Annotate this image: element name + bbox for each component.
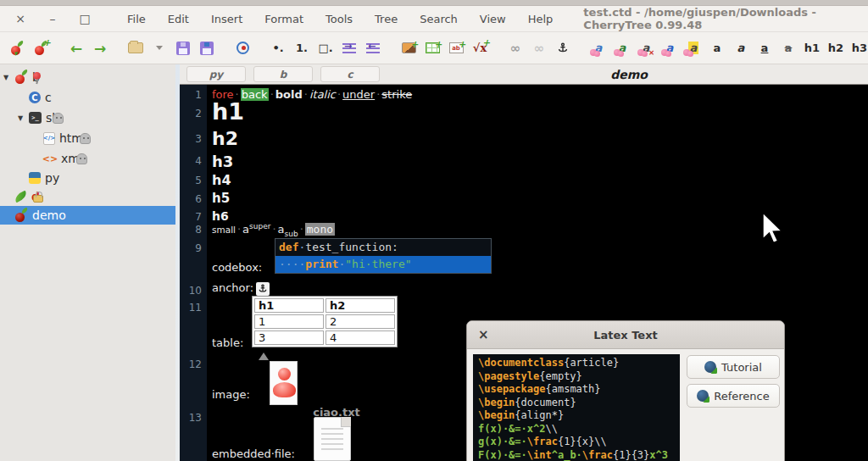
- text-bg-color-icon[interactable]: a: [612, 37, 632, 59]
- insert-anchor-icon[interactable]: [553, 37, 573, 59]
- text-segment: {align*}: [515, 409, 564, 421]
- insert-image-icon[interactable]: +: [398, 37, 419, 59]
- codebox-line[interactable]: def·test_function:: [275, 239, 491, 256]
- anchor-line[interactable]: anchor:: [212, 281, 270, 296]
- embedded-table[interactable]: h1h21234: [252, 296, 398, 347]
- expander-icon[interactable]: ▼: [18, 114, 29, 122]
- minimize-button[interactable]: –: [46, 13, 59, 25]
- table-cell[interactable]: 4: [326, 330, 395, 345]
- indent-more-icon[interactable]: [339, 37, 359, 59]
- menu-edit[interactable]: Edit: [168, 13, 189, 25]
- remove-link-icon[interactable]: ∞: [529, 37, 549, 59]
- underline-icon[interactable]: a: [754, 37, 775, 59]
- tree-node-demo[interactable]: demo: [0, 206, 175, 225]
- text-segment: under: [342, 88, 375, 101]
- tutorial-button[interactable]: Tutorial: [687, 355, 780, 379]
- embedded-file-icon[interactable]: [314, 417, 351, 461]
- h1-icon[interactable]: h1: [802, 37, 822, 59]
- table-cell[interactable]: 2: [326, 314, 395, 329]
- tree-node-b[interactable]: ▼b: [0, 68, 175, 86]
- heading-h3[interactable]: h3: [212, 153, 233, 170]
- editor-line-scripts[interactable]: small·asuper·asub·mono: [212, 222, 335, 238]
- recent-node-tabs: pybc: [180, 66, 380, 82]
- save-icon[interactable]: [173, 37, 193, 59]
- text-segment: \begin: [478, 397, 515, 408]
- todo-list-icon[interactable]: □.: [315, 37, 336, 59]
- menu-tools[interactable]: Tools: [326, 13, 353, 25]
- expander-icon[interactable]: ▼: [3, 74, 14, 81]
- menu-help[interactable]: Help: [528, 13, 554, 25]
- open-file-icon[interactable]: [125, 37, 146, 59]
- insert-formula-icon[interactable]: √x+: [470, 37, 490, 59]
- italic-icon[interactable]: a: [731, 37, 751, 59]
- insert-table-icon[interactable]: +: [422, 37, 442, 59]
- numbered-list-icon[interactable]: 1.: [292, 37, 312, 59]
- anchor-icon[interactable]: [256, 282, 270, 296]
- text-fg-color-icon[interactable]: a: [588, 37, 609, 59]
- menu-format[interactable]: Format: [264, 13, 303, 25]
- bullet-list-icon[interactable]: •.: [268, 37, 288, 59]
- latex-code-line: \begin{align*}: [478, 409, 675, 423]
- close-button[interactable]: ×: [14, 13, 27, 25]
- heading-h2[interactable]: h2: [212, 128, 238, 149]
- bold-icon[interactable]: a: [707, 37, 727, 59]
- menu-tree[interactable]: Tree: [375, 13, 398, 25]
- tree-node-html[interactable]: </>html: [0, 129, 175, 147]
- latex-dialog-titlebar[interactable]: × Latex Text: [467, 321, 784, 349]
- latex-source-editor[interactable]: \documentclass{article}\pagestyle{empty}…: [473, 354, 680, 461]
- menu-view[interactable]: View: [480, 13, 506, 25]
- recent-node-tab-c[interactable]: c: [320, 66, 380, 82]
- heading-h6[interactable]: h6: [212, 209, 229, 223]
- go-node-icon[interactable]: ▾: [7, 37, 27, 59]
- clear-format-icon[interactable]: a: [636, 37, 656, 59]
- menu-insert[interactable]: Insert: [211, 13, 242, 25]
- reference-button[interactable]: Reference: [687, 384, 780, 408]
- embedded-image[interactable]: [270, 361, 298, 405]
- h2-icon[interactable]: h2: [826, 37, 846, 59]
- heading-h4[interactable]: h4: [212, 172, 231, 188]
- table-header-cell[interactable]: h1: [254, 298, 324, 313]
- heading-h1[interactable]: h1: [212, 98, 244, 125]
- menu-file[interactable]: File: [127, 13, 146, 25]
- strikethrough-icon[interactable]: a: [778, 37, 798, 59]
- table-row: 12: [254, 314, 395, 329]
- text-segment: \begin: [478, 409, 515, 421]
- tree-node-xml[interactable]: <>xml: [0, 149, 175, 168]
- tree-node-sh[interactable]: ▼>_sh: [0, 108, 175, 127]
- indent-less-icon[interactable]: [363, 37, 383, 59]
- text-segment: "hi·there": [345, 258, 411, 270]
- table-cell[interactable]: 3: [254, 330, 324, 345]
- recent-node-tab-b[interactable]: b: [253, 66, 313, 82]
- codebox-line-selected[interactable]: ····print·"hi·there": [275, 256, 491, 273]
- dialog-close-icon[interactable]: ×: [478, 327, 489, 342]
- highlight-icon[interactable]: a: [683, 37, 704, 59]
- embedded-file-label[interactable]: embedded·file:: [212, 447, 295, 460]
- find-node-icon[interactable]: [232, 37, 253, 59]
- line-number: 2: [181, 108, 202, 119]
- tree-panel: ▼bCc▼>_sh</>html<>xmlpyddemo: [0, 64, 175, 461]
- codebox[interactable]: def·test_function:····print·"hi·there": [275, 238, 492, 274]
- open-dropdown-icon[interactable]: [149, 37, 170, 59]
- recent-node-tab-py[interactable]: py: [186, 66, 246, 82]
- image-label[interactable]: image:: [212, 388, 250, 401]
- tree-node-d[interactable]: d: [0, 187, 175, 206]
- table-label[interactable]: table:: [212, 336, 243, 349]
- tree-node-c[interactable]: Cc: [0, 88, 175, 107]
- heading-h5[interactable]: h5: [212, 191, 230, 206]
- table-header-cell[interactable]: h2: [326, 298, 395, 313]
- forward-icon[interactable]: →: [90, 37, 110, 59]
- codebox-label[interactable]: codebox:: [212, 261, 262, 274]
- save-as-icon[interactable]: [197, 37, 217, 59]
- menu-search[interactable]: Search: [420, 13, 458, 25]
- add-node-icon[interactable]: +: [31, 37, 51, 59]
- line-number: 12: [181, 358, 202, 370]
- tree-node-py[interactable]: py: [0, 169, 175, 187]
- latex-code-line: \usepackage{amsmath}: [478, 383, 675, 397]
- insert-codebox-icon[interactable]: ab+: [446, 37, 466, 59]
- insert-link-icon[interactable]: ∞: [505, 37, 526, 59]
- table-cell[interactable]: 1: [254, 314, 324, 329]
- h3-icon[interactable]: h3: [849, 37, 868, 59]
- fg-style-icon[interactable]: a: [659, 37, 680, 59]
- back-icon[interactable]: ←: [66, 37, 86, 59]
- maximize-button[interactable]: □: [78, 13, 92, 25]
